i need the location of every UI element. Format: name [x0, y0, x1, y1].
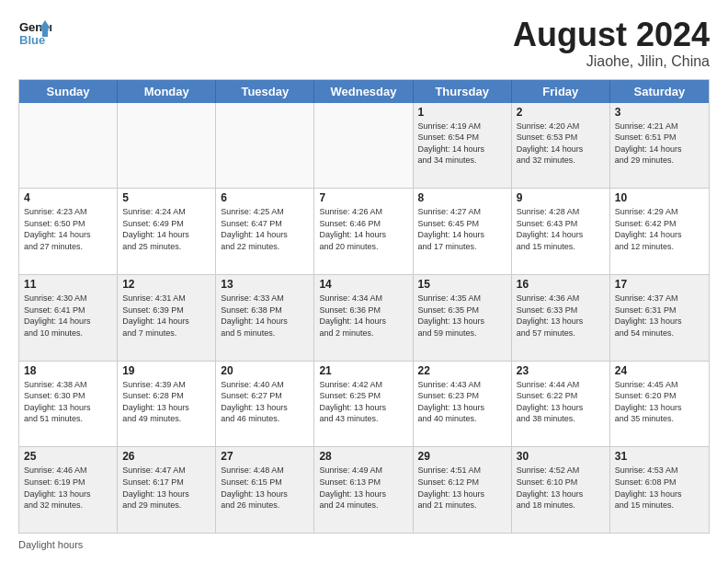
- day-info: Sunrise: 4:25 AM Sunset: 6:47 PM Dayligh…: [221, 206, 309, 252]
- day-number: 25: [24, 450, 112, 463]
- calendar-cell: 9Sunrise: 4:28 AM Sunset: 6:43 PM Daylig…: [512, 189, 610, 274]
- calendar-cell: 1Sunrise: 4:19 AM Sunset: 6:54 PM Daylig…: [414, 103, 512, 189]
- day-info: Sunrise: 4:19 AM Sunset: 6:54 PM Dayligh…: [418, 121, 506, 167]
- day-number: 1: [418, 106, 506, 119]
- calendar-cell: 19Sunrise: 4:39 AM Sunset: 6:28 PM Dayli…: [118, 362, 216, 447]
- calendar-cell: 3Sunrise: 4:21 AM Sunset: 6:51 PM Daylig…: [610, 103, 709, 189]
- calendar-cell: 26Sunrise: 4:47 AM Sunset: 6:17 PM Dayli…: [118, 447, 216, 533]
- calendar-cell: 28Sunrise: 4:49 AM Sunset: 6:13 PM Dayli…: [314, 447, 413, 533]
- day-info: Sunrise: 4:21 AM Sunset: 6:51 PM Dayligh…: [615, 121, 704, 167]
- day-number: 10: [615, 191, 704, 204]
- calendar-cell: 31Sunrise: 4:53 AM Sunset: 6:08 PM Dayli…: [610, 447, 709, 533]
- day-info: Sunrise: 4:47 AM Sunset: 6:17 PM Dayligh…: [122, 465, 210, 511]
- calendar-row: 25Sunrise: 4:46 AM Sunset: 6:19 PM Dayli…: [19, 446, 709, 533]
- day-number: 31: [615, 450, 704, 463]
- day-info: Sunrise: 4:28 AM Sunset: 6:43 PM Dayligh…: [517, 206, 605, 252]
- calendar-cell: [19, 103, 118, 189]
- calendar-cell: 15Sunrise: 4:35 AM Sunset: 6:35 PM Dayli…: [414, 275, 512, 361]
- calendar-cell: 21Sunrise: 4:42 AM Sunset: 6:25 PM Dayli…: [314, 362, 413, 447]
- day-info: Sunrise: 4:37 AM Sunset: 6:31 PM Dayligh…: [615, 293, 704, 339]
- day-number: 27: [221, 450, 309, 463]
- day-info: Sunrise: 4:34 AM Sunset: 6:36 PM Dayligh…: [319, 293, 407, 339]
- calendar: SundayMondayTuesdayWednesdayThursdayFrid…: [18, 79, 710, 534]
- day-number: 24: [615, 364, 704, 377]
- day-info: Sunrise: 4:46 AM Sunset: 6:19 PM Dayligh…: [24, 465, 112, 511]
- day-number: 3: [615, 106, 704, 119]
- calendar-cell: 11Sunrise: 4:30 AM Sunset: 6:41 PM Dayli…: [19, 275, 118, 361]
- title-block: August 2024 Jiaohe, Jilin, China: [513, 17, 710, 70]
- calendar-row: 4Sunrise: 4:23 AM Sunset: 6:50 PM Daylig…: [19, 188, 709, 274]
- day-number: 23: [517, 364, 605, 377]
- calendar-body: 1Sunrise: 4:19 AM Sunset: 6:54 PM Daylig…: [19, 103, 709, 533]
- day-info: Sunrise: 4:20 AM Sunset: 6:53 PM Dayligh…: [517, 121, 605, 167]
- calendar-row: 1Sunrise: 4:19 AM Sunset: 6:54 PM Daylig…: [19, 103, 709, 189]
- calendar-cell: 18Sunrise: 4:38 AM Sunset: 6:30 PM Dayli…: [19, 362, 118, 447]
- day-info: Sunrise: 4:33 AM Sunset: 6:38 PM Dayligh…: [221, 293, 309, 339]
- calendar-cell: 17Sunrise: 4:37 AM Sunset: 6:31 PM Dayli…: [610, 275, 709, 361]
- day-info: Sunrise: 4:35 AM Sunset: 6:35 PM Dayligh…: [418, 293, 506, 339]
- day-number: 4: [24, 191, 112, 204]
- calendar-cell: [216, 103, 314, 189]
- day-number: 17: [615, 278, 704, 291]
- calendar-cell: 6Sunrise: 4:25 AM Sunset: 6:47 PM Daylig…: [216, 189, 314, 274]
- logo-svg: General Blue: [18, 17, 51, 50]
- calendar-header: SundayMondayTuesdayWednesdayThursdayFrid…: [19, 80, 709, 103]
- calendar-cell: 14Sunrise: 4:34 AM Sunset: 6:36 PM Dayli…: [314, 275, 413, 361]
- calendar-cell: [118, 103, 216, 189]
- day-info: Sunrise: 4:49 AM Sunset: 6:13 PM Dayligh…: [319, 465, 407, 511]
- day-number: 30: [517, 450, 605, 463]
- logo: General Blue: [18, 17, 51, 50]
- cal-header-day: Thursday: [414, 80, 512, 103]
- calendar-cell: 24Sunrise: 4:45 AM Sunset: 6:20 PM Dayli…: [610, 362, 709, 447]
- calendar-cell: 8Sunrise: 4:27 AM Sunset: 6:45 PM Daylig…: [414, 189, 512, 274]
- cal-header-day: Saturday: [610, 80, 709, 103]
- day-info: Sunrise: 4:26 AM Sunset: 6:46 PM Dayligh…: [319, 206, 407, 252]
- cal-header-day: Monday: [118, 80, 216, 103]
- day-info: Sunrise: 4:30 AM Sunset: 6:41 PM Dayligh…: [24, 293, 112, 339]
- day-info: Sunrise: 4:40 AM Sunset: 6:27 PM Dayligh…: [221, 379, 309, 425]
- day-info: Sunrise: 4:29 AM Sunset: 6:42 PM Dayligh…: [615, 206, 704, 252]
- day-number: 18: [24, 364, 112, 377]
- day-info: Sunrise: 4:23 AM Sunset: 6:50 PM Dayligh…: [24, 206, 112, 252]
- day-info: Sunrise: 4:44 AM Sunset: 6:22 PM Dayligh…: [517, 379, 605, 425]
- day-number: 19: [122, 364, 210, 377]
- day-number: 5: [122, 191, 210, 204]
- day-number: 15: [418, 278, 506, 291]
- day-number: 14: [319, 278, 407, 291]
- calendar-cell: 20Sunrise: 4:40 AM Sunset: 6:27 PM Dayli…: [216, 362, 314, 447]
- day-info: Sunrise: 4:36 AM Sunset: 6:33 PM Dayligh…: [517, 293, 605, 339]
- cal-header-day: Sunday: [19, 80, 118, 103]
- calendar-cell: 7Sunrise: 4:26 AM Sunset: 6:46 PM Daylig…: [314, 189, 413, 274]
- calendar-cell: 30Sunrise: 4:52 AM Sunset: 6:10 PM Dayli…: [512, 447, 610, 533]
- calendar-cell: 2Sunrise: 4:20 AM Sunset: 6:53 PM Daylig…: [512, 103, 610, 189]
- day-number: 28: [319, 450, 407, 463]
- day-number: 2: [517, 106, 605, 119]
- calendar-cell: 5Sunrise: 4:24 AM Sunset: 6:49 PM Daylig…: [118, 189, 216, 274]
- calendar-cell: 22Sunrise: 4:43 AM Sunset: 6:23 PM Dayli…: [414, 362, 512, 447]
- header: General Blue August 2024 Jiaohe, Jilin, …: [18, 17, 710, 70]
- calendar-cell: 10Sunrise: 4:29 AM Sunset: 6:42 PM Dayli…: [610, 189, 709, 274]
- subtitle: Jiaohe, Jilin, China: [513, 53, 710, 70]
- day-info: Sunrise: 4:39 AM Sunset: 6:28 PM Dayligh…: [122, 379, 210, 425]
- day-number: 21: [319, 364, 407, 377]
- day-number: 12: [122, 278, 210, 291]
- day-info: Sunrise: 4:43 AM Sunset: 6:23 PM Dayligh…: [418, 379, 506, 425]
- daylight-label: Daylight hours: [18, 539, 83, 550]
- day-info: Sunrise: 4:51 AM Sunset: 6:12 PM Dayligh…: [418, 465, 506, 511]
- calendar-cell: 16Sunrise: 4:36 AM Sunset: 6:33 PM Dayli…: [512, 275, 610, 361]
- day-info: Sunrise: 4:38 AM Sunset: 6:30 PM Dayligh…: [24, 379, 112, 425]
- day-info: Sunrise: 4:48 AM Sunset: 6:15 PM Dayligh…: [221, 465, 309, 511]
- main-title: August 2024: [513, 17, 710, 53]
- calendar-cell: 25Sunrise: 4:46 AM Sunset: 6:19 PM Dayli…: [19, 447, 118, 533]
- calendar-row: 18Sunrise: 4:38 AM Sunset: 6:30 PM Dayli…: [19, 361, 709, 447]
- page: General Blue August 2024 Jiaohe, Jilin, …: [0, 0, 728, 563]
- day-info: Sunrise: 4:53 AM Sunset: 6:08 PM Dayligh…: [615, 465, 704, 511]
- calendar-cell: 4Sunrise: 4:23 AM Sunset: 6:50 PM Daylig…: [19, 189, 118, 274]
- day-number: 6: [221, 191, 309, 204]
- day-number: 26: [122, 450, 210, 463]
- cal-header-day: Tuesday: [216, 80, 314, 103]
- day-info: Sunrise: 4:45 AM Sunset: 6:20 PM Dayligh…: [615, 379, 704, 425]
- day-info: Sunrise: 4:24 AM Sunset: 6:49 PM Dayligh…: [122, 206, 210, 252]
- calendar-row: 11Sunrise: 4:30 AM Sunset: 6:41 PM Dayli…: [19, 274, 709, 361]
- calendar-cell: 29Sunrise: 4:51 AM Sunset: 6:12 PM Dayli…: [414, 447, 512, 533]
